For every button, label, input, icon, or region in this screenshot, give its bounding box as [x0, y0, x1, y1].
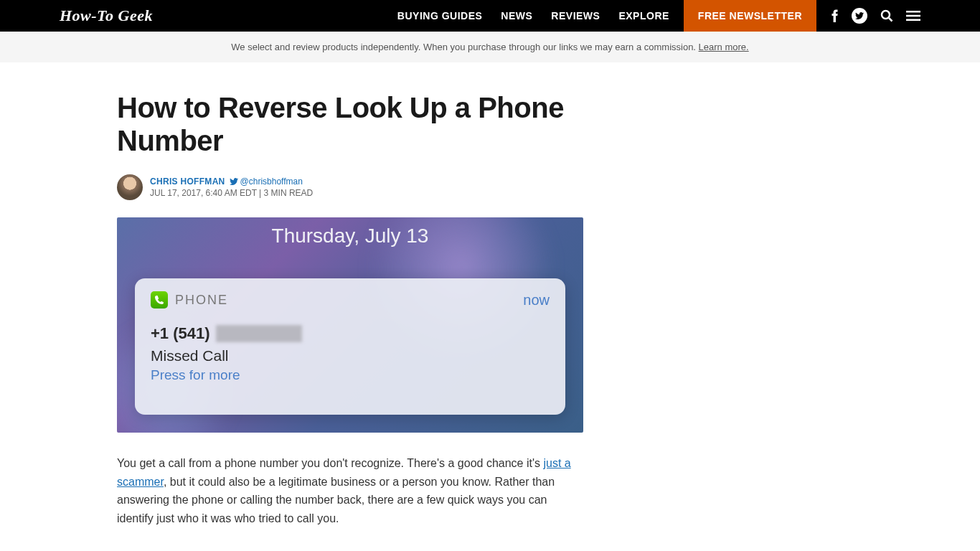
svg-rect-3	[906, 15, 920, 17]
article-meta: CHRIS HOFFMAN @chrisbhoffman JUL 17, 201…	[117, 174, 583, 200]
facebook-icon[interactable]	[831, 9, 839, 22]
nav-news[interactable]: NEWS	[501, 10, 532, 22]
svg-rect-2	[906, 11, 920, 13]
site-logo[interactable]: How-To Geek	[60, 6, 153, 25]
intro-paragraph: You get a call from a phone number you d…	[117, 454, 583, 527]
menu-icon[interactable]	[906, 11, 920, 21]
hero-blurred-number	[216, 325, 302, 342]
svg-point-0	[882, 11, 890, 19]
newsletter-button[interactable]: FREE NEWSLETTER	[684, 0, 816, 32]
hero-notification-card: PHONE now +1 (541) Missed Call Press for…	[135, 278, 565, 415]
hero-app-label: PHONE	[175, 293, 228, 308]
nav-reviews[interactable]: REVIEWS	[551, 10, 600, 22]
search-icon[interactable]	[880, 9, 893, 22]
hero-phone-number: +1 (541)	[151, 324, 210, 343]
phone-app-icon	[151, 291, 168, 309]
disclaimer-text: We select and review products independen…	[231, 42, 698, 52]
article-title: How to Reverse Look Up a Phone Number	[117, 91, 583, 157]
author-twitter-link[interactable]: @chrisbhoffman	[230, 176, 303, 187]
hero-call-status: Missed Call	[151, 347, 550, 364]
hero-press-for-more: Press for more	[151, 367, 550, 383]
author-avatar[interactable]	[117, 174, 143, 200]
twitter-icon	[230, 178, 238, 185]
site-header: How-To Geek BUYING GUIDES NEWS REVIEWS E…	[0, 0, 980, 32]
hero-lockscreen-date: Thursday, July 13	[117, 225, 583, 248]
nav-explore[interactable]: EXPLORE	[618, 10, 669, 22]
author-name-link[interactable]: CHRIS HOFFMAN	[150, 176, 225, 187]
hero-image: Thursday, July 13 PHONE now +1 (541) Mis…	[117, 217, 583, 433]
affiliate-disclaimer: We select and review products independen…	[0, 32, 980, 62]
main-content: How to Reverse Look Up a Phone Number CH…	[117, 62, 863, 551]
svg-rect-4	[906, 19, 920, 22]
twitter-icon[interactable]	[852, 8, 867, 24]
article-date: JUL 17, 2017, 6:40 AM EDT | 3 MIN READ	[150, 188, 313, 198]
nav-buying-guides[interactable]: BUYING GUIDES	[397, 10, 483, 22]
svg-line-1	[889, 18, 892, 22]
disclaimer-learn-more-link[interactable]: Learn more.	[699, 42, 749, 52]
hero-timestamp-now: now	[523, 292, 550, 309]
article: How to Reverse Look Up a Phone Number CH…	[117, 91, 583, 551]
primary-navigation: BUYING GUIDES NEWS REVIEWS EXPLORE	[397, 10, 669, 22]
